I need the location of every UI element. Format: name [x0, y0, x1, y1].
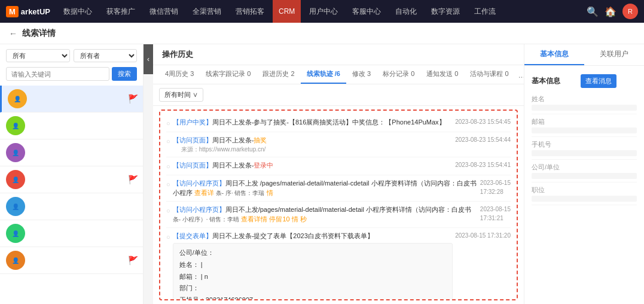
logo: M arketUP	[6, 6, 50, 17]
nav-crm[interactable]: CRM	[273, 0, 301, 23]
list-item[interactable]: 👤 🚩	[0, 86, 143, 113]
time-filter-button[interactable]: 所有时间 ∨	[159, 88, 203, 102]
detail-link2[interactable]: 情 秒	[292, 215, 307, 223]
filter-all-select[interactable]: 所有	[6, 49, 70, 62]
list-item[interactable]: 👤	[0, 193, 143, 220]
info-section: 基本信息 查看消息 姓名 邮箱 手机号 公司/单位	[524, 66, 644, 210]
detail-link2[interactable]: 情	[267, 189, 273, 196]
info-label-position: 职位	[532, 186, 637, 194]
nav-omni[interactable]: 全渠营销	[187, 0, 227, 23]
search-row: 搜索	[0, 67, 143, 86]
tag-label: 【访问小程序页】	[173, 206, 225, 213]
history-time: 2023-08-23 15:54:41	[455, 160, 511, 169]
info-row-email: 邮箱	[532, 114, 637, 137]
nav-sales-expand[interactable]: 营销拓客	[230, 0, 270, 23]
tag-label: 【访问页面】	[173, 162, 212, 169]
info-row-position: 职位	[532, 183, 637, 205]
avatar: 👤	[6, 197, 25, 216]
form-dept: 部门：	[179, 282, 446, 294]
form-company: 公司/单位：	[179, 247, 446, 259]
tag-label: 【访问小程序页】	[173, 180, 225, 187]
nav-digital[interactable]: 数字资源	[425, 0, 466, 23]
tab-related-user[interactable]: 关联用户	[584, 44, 644, 65]
tab-activity[interactable]: 活动与课程 0	[464, 65, 514, 84]
detail-link[interactable]: 查看详	[194, 189, 214, 196]
search-button[interactable]: 搜索	[112, 67, 137, 81]
history-time: 2023-08-15 17:31:20	[455, 231, 511, 240]
list-item[interactable]: 👤	[0, 113, 143, 139]
sub-header: ← 线索详情	[0, 23, 644, 44]
history-item: ○ 【访问小程序页】周日不上发 /pages/material-detail/m…	[166, 175, 511, 202]
tab-track[interactable]: 线索轨迹 /6	[301, 65, 346, 84]
tab-more[interactable]: ...	[515, 66, 524, 84]
tab-follow-history[interactable]: 跟进历史 2	[257, 65, 300, 84]
right-panel-wrapper: 基本信息 关联用户 基本信息 查看消息 姓名 邮箱 手机号	[524, 44, 644, 304]
nav-right-area: 🔍 🏠 R	[587, 4, 638, 19]
history-item: ○ 【访问小程序页】周日不上发/pages/material-detail/ma…	[166, 202, 511, 228]
info-section-title: 基本信息	[532, 72, 560, 90]
history-time: 2023-06-1517:32:28	[480, 178, 511, 196]
back-button[interactable]: ←	[9, 29, 17, 38]
nav-workflow[interactable]: 工作流	[468, 0, 502, 23]
nav-wechat[interactable]: 微信营销	[144, 0, 184, 23]
search-icon[interactable]: 🔍	[587, 6, 599, 17]
avatar: 👤	[6, 116, 25, 135]
flag-icon: 🚩	[128, 94, 138, 104]
form-email: 邮箱： | n	[179, 271, 446, 283]
history-text: 【访问小程序页】周日不上发/pages/material-detail/mate…	[173, 205, 478, 224]
info-label-name: 姓名	[532, 95, 637, 104]
dot-icon: ○	[166, 136, 170, 147]
left-sidebar: 所有 所有者 搜索 👤 🚩 👤	[0, 44, 144, 304]
nav-data-center[interactable]: 数据中心	[57, 0, 98, 23]
info-row-phone: 手机号	[532, 137, 637, 160]
collapse-button[interactable]: ‹	[144, 44, 153, 74]
tab-score[interactable]: 标分记录 0	[377, 65, 420, 84]
info-value-name	[532, 105, 637, 111]
nav-acquire[interactable]: 获客推广	[100, 0, 141, 23]
flag-icon: 🚩	[128, 256, 138, 265]
main-layout: 所有 所有者 搜索 👤 🚩 👤	[0, 44, 644, 304]
link-label[interactable]: 抽奖	[254, 136, 267, 144]
tab-4week[interactable]: 4周历史 3	[159, 65, 200, 84]
list-item[interactable]: 👤	[0, 220, 143, 247]
form-phone: 于机号：2023174606007	[179, 294, 446, 300]
nav-user-center[interactable]: 用户中心	[303, 0, 344, 23]
info-value-email	[532, 127, 637, 133]
search-input[interactable]	[6, 67, 109, 81]
right-panel: 基本信息 关联用户 基本信息 查看消息 姓名 邮箱 手机号	[524, 44, 644, 304]
center-content: 操作历史 4周历史 3 线索字跟记录 0 跟进历史 2 线索轨迹 /6 修改 3…	[153, 44, 524, 304]
dot-icon: ○	[166, 162, 170, 172]
dot-icon: ○	[166, 232, 170, 242]
sidebar-filters: 所有 所有者	[0, 44, 143, 67]
user-avatar[interactable]: R	[622, 4, 638, 19]
link-label[interactable]: 登录中	[254, 162, 273, 169]
info-label-company: 公司/单位	[532, 163, 637, 172]
avatar: 👤	[6, 170, 25, 189]
history-row: ○ 【访问小程序页】周日不上发/pages/material-detail/ma…	[166, 205, 511, 224]
history-content: ○ 【用户中奖】周日不上发条-参与了抽奖-【816展商抽奖活动】中奖信息：【Ph…	[159, 110, 518, 300]
info-row-company: 公司/单位	[532, 160, 637, 183]
tab-notify[interactable]: 通知发送 0	[420, 65, 464, 84]
tag-label: 【提交表单】	[173, 232, 212, 239]
filter-owner-select[interactable]: 所有者	[74, 49, 138, 62]
list-item[interactable]: 👤 🚩	[0, 166, 143, 193]
list-item[interactable]: 👤 🚩	[0, 247, 143, 274]
nav-customer-service[interactable]: 客服中心	[346, 0, 387, 23]
look-detail-button[interactable]: 查看消息	[581, 74, 616, 88]
dot-icon: ○	[166, 206, 170, 216]
detail-link[interactable]: 查看详情 停留10	[241, 215, 289, 223]
home-icon[interactable]: 🏠	[605, 6, 616, 17]
tab-modify[interactable]: 修改 3	[346, 65, 377, 84]
avatar: 👤	[6, 251, 25, 270]
right-tabs: 基本信息 关联用户	[524, 44, 644, 66]
form-name: 姓名： |	[179, 259, 446, 271]
history-item: ○ 【访问页面】周日不上发条-登录中 2023-08-23 15:54:41	[166, 157, 511, 175]
logo-text: arketUP	[21, 7, 50, 16]
tab-follow-record[interactable]: 线索字跟记录 0	[200, 65, 257, 84]
collapse-area: ‹	[144, 44, 153, 304]
avatar: 👤	[8, 89, 27, 108]
history-row: ○ 【访问页面】周日不上发条-抽奖 来源：https://www.marketu…	[166, 135, 511, 154]
tab-basic-info[interactable]: 基本信息	[524, 44, 584, 65]
list-item[interactable]: 👤	[0, 139, 143, 166]
nav-automation[interactable]: 自动化	[389, 0, 423, 23]
